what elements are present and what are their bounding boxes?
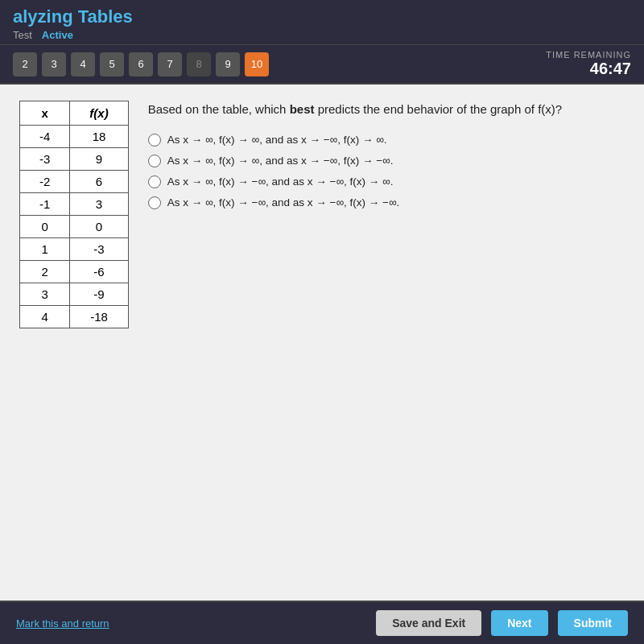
nav-page-7[interactable]: 7 <box>158 52 182 76</box>
cell-fx: -9 <box>70 283 128 306</box>
table-row: 2-6 <box>20 261 129 283</box>
options-list: As x → ∞, f(x) → ∞, and as x → −∞, f(x) … <box>148 134 625 209</box>
option-text-1: As x → ∞, f(x) → ∞, and as x → −∞, f(x) … <box>167 134 387 146</box>
table-row: 00 <box>20 216 129 238</box>
nav-page-4[interactable]: 4 <box>71 52 95 76</box>
cell-x: 0 <box>20 216 70 238</box>
cell-fx: 9 <box>70 148 128 171</box>
option-radio-2[interactable] <box>148 155 161 167</box>
option-text-2: As x → ∞, f(x) → ∞, and as x → −∞, f(x) … <box>167 155 394 167</box>
cell-x: 2 <box>20 261 70 283</box>
cell-fx: -3 <box>70 238 128 261</box>
next-button[interactable]: Next <box>491 610 547 636</box>
cell-x: 4 <box>20 306 70 328</box>
test-label: Test <box>13 29 32 41</box>
nav-bar: 2 3 4 5 6 7 8 9 10 TIME REMAINING 46:47 <box>0 45 644 85</box>
question-text-part1: Based on the table, which <box>148 102 290 116</box>
table-row: 4-18 <box>20 306 129 328</box>
footer: Mark this and return Save and Exit Next … <box>0 601 644 644</box>
col-x-header: x <box>20 101 70 126</box>
option-text-4: As x → ∞, f(x) → −∞, and as x → −∞, f(x)… <box>167 196 400 208</box>
cell-fx: 6 <box>70 171 128 193</box>
option-radio-4[interactable] <box>148 196 161 209</box>
question-section: Based on the table, which best predicts … <box>148 101 625 584</box>
table-row: -13 <box>20 193 129 216</box>
mark-return-link[interactable]: Mark this and return <box>16 617 109 630</box>
cell-x: 3 <box>20 283 70 306</box>
cell-fx: 0 <box>70 216 128 238</box>
page-title: alyzing Tables <box>13 6 631 27</box>
nav-page-6[interactable]: 6 <box>129 52 153 76</box>
nav-page-2[interactable]: 2 <box>13 52 37 76</box>
option-radio-3[interactable] <box>148 175 161 188</box>
question-bold: best <box>290 102 315 116</box>
save-exit-button[interactable]: Save and Exit <box>376 610 481 636</box>
cell-fx: 3 <box>70 193 128 216</box>
timer-value: 46:47 <box>546 60 631 78</box>
option-item-3[interactable]: As x → ∞, f(x) → −∞, and as x → −∞, f(x)… <box>148 175 625 188</box>
option-item-2[interactable]: As x → ∞, f(x) → ∞, and as x → −∞, f(x) … <box>148 155 625 167</box>
option-item-1[interactable]: As x → ∞, f(x) → ∞, and as x → −∞, f(x) … <box>148 134 625 147</box>
cell-x: -4 <box>20 126 70 148</box>
cell-x: 1 <box>20 238 70 261</box>
nav-page-10[interactable]: 10 <box>245 52 269 76</box>
header: alyzing Tables Test Active <box>0 0 644 45</box>
cell-x: -1 <box>20 193 70 216</box>
question-text-part2: predicts the end behavior of the graph o… <box>314 102 562 116</box>
col-fx-header: f(x) <box>70 101 128 126</box>
option-radio-1[interactable] <box>148 134 161 147</box>
active-label: Active <box>42 29 73 41</box>
nav-page-3[interactable]: 3 <box>42 52 66 76</box>
nav-page-9[interactable]: 9 <box>216 52 240 76</box>
cell-fx: 18 <box>70 126 128 148</box>
table-row: 3-9 <box>20 283 129 306</box>
table-row: -39 <box>20 148 129 171</box>
submit-button[interactable]: Submit <box>558 610 628 636</box>
option-item-4[interactable]: As x → ∞, f(x) → −∞, and as x → −∞, f(x)… <box>148 196 625 209</box>
table-row: -26 <box>20 171 129 193</box>
main-content: x f(x) -418-39-26-13001-32-63-94-18 Base… <box>0 85 644 601</box>
timer-label: TIME REMAINING <box>546 50 631 60</box>
table-row: -418 <box>20 126 129 148</box>
timer-area: TIME REMAINING 46:47 <box>546 50 631 78</box>
data-table: x f(x) -418-39-26-13001-32-63-94-18 <box>19 101 129 328</box>
table-section: x f(x) -418-39-26-13001-32-63-94-18 <box>19 101 129 584</box>
cell-x: -2 <box>20 171 70 193</box>
question-text: Based on the table, which best predicts … <box>148 101 625 119</box>
table-row: 1-3 <box>20 238 129 261</box>
cell-fx: -6 <box>70 261 128 283</box>
cell-fx: -18 <box>70 306 128 328</box>
option-text-3: As x → ∞, f(x) → −∞, and as x → −∞, f(x)… <box>167 175 394 188</box>
nav-page-5[interactable]: 5 <box>100 52 124 76</box>
nav-page-8: 8 <box>187 52 211 76</box>
cell-x: -3 <box>20 148 70 171</box>
